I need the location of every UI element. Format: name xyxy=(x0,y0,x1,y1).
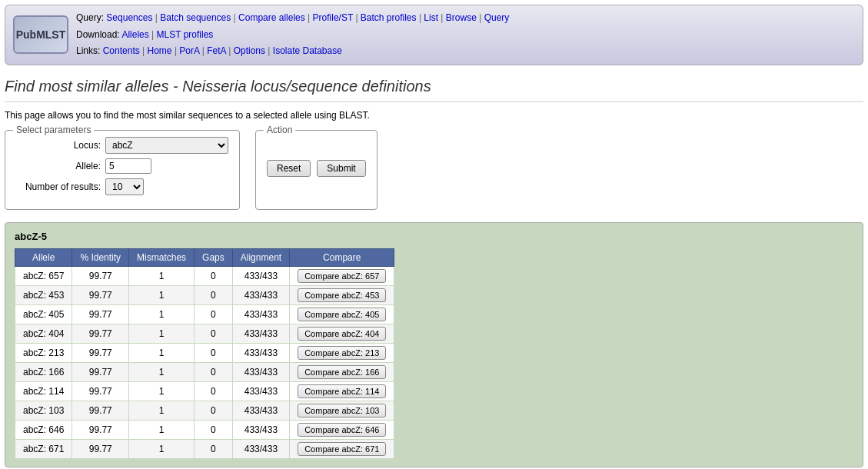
compare-button[interactable]: Compare abcZ: 657 xyxy=(298,269,386,283)
num-results-select[interactable]: 5 10 20 50 100 xyxy=(105,178,144,195)
compare-button[interactable]: Compare abcZ: 103 xyxy=(298,404,386,417)
link-query[interactable]: Query xyxy=(484,12,510,23)
cell-gaps: 0 xyxy=(195,266,233,285)
link-sequences[interactable]: Sequences xyxy=(106,12,152,23)
compare-button[interactable]: Compare abcZ: 213 xyxy=(298,346,386,360)
cell-compare: Compare abcZ: 404 xyxy=(290,324,394,343)
cell-mismatches: 1 xyxy=(129,420,195,439)
cell-gaps: 0 xyxy=(195,285,233,304)
reset-button[interactable]: Reset xyxy=(267,160,311,177)
cell-allele: abcZ: 166 xyxy=(15,362,72,381)
cell-allele: abcZ: 213 xyxy=(15,343,72,362)
cell-mismatches: 1 xyxy=(129,304,195,324)
compare-button[interactable]: Compare abcZ: 405 xyxy=(298,308,386,321)
page-title: Find most similar alleles - Neisseria lo… xyxy=(5,78,863,95)
link-options[interactable]: Options xyxy=(234,45,265,56)
cell-alignment: 433/433 xyxy=(232,304,289,324)
table-row: abcZ: 64699.7710433/433Compare abcZ: 646 xyxy=(15,420,394,439)
logo-text: PubMLST xyxy=(16,28,66,41)
cell-identity: 99.77 xyxy=(72,266,129,285)
link-batch-profiles[interactable]: Batch profiles xyxy=(361,12,417,23)
cell-gaps: 0 xyxy=(195,362,233,381)
cell-mismatches: 1 xyxy=(129,381,195,401)
params-fieldset: Select parameters Locus: abcZ Allele: Nu… xyxy=(5,130,240,210)
cell-alignment: 433/433 xyxy=(232,362,289,381)
cell-identity: 99.77 xyxy=(72,285,129,304)
link-contents[interactable]: Contents xyxy=(103,45,140,56)
cell-gaps: 0 xyxy=(195,381,233,401)
header-links: Query: Sequences | Batch sequences | Com… xyxy=(76,10,509,60)
cell-mismatches: 1 xyxy=(129,343,195,362)
cell-gaps: 0 xyxy=(195,439,233,458)
allele-row: Allele: xyxy=(16,158,228,174)
link-pora[interactable]: PorA xyxy=(179,45,199,56)
action-fieldset: Action Reset Submit xyxy=(255,130,377,210)
compare-button[interactable]: Compare abcZ: 671 xyxy=(298,442,386,456)
download-label: Download: xyxy=(76,29,120,40)
cell-mismatches: 1 xyxy=(129,285,195,304)
action-legend: Action xyxy=(264,125,295,135)
page-title-area: Find most similar alleles - Neisseria lo… xyxy=(5,70,863,102)
query-links-row: Query: Sequences | Batch sequences | Com… xyxy=(76,10,509,27)
cell-alignment: 433/433 xyxy=(232,343,289,362)
cell-compare: Compare abcZ: 114 xyxy=(290,381,394,401)
submit-button[interactable]: Submit xyxy=(317,160,365,177)
compare-button[interactable]: Compare abcZ: 646 xyxy=(298,423,386,437)
results-table: Allele % Identity Mismatches Gaps Alignm… xyxy=(15,248,394,459)
table-row: abcZ: 65799.7710433/433Compare abcZ: 657 xyxy=(15,266,394,285)
cell-compare: Compare abcZ: 453 xyxy=(290,285,394,304)
col-mismatches: Mismatches xyxy=(129,248,195,266)
query-label: Query: xyxy=(76,12,104,23)
cell-alignment: 433/433 xyxy=(232,285,289,304)
compare-button[interactable]: Compare abcZ: 453 xyxy=(298,288,386,302)
download-links-row: Download: Alleles | MLST profiles xyxy=(76,27,509,44)
cell-compare: Compare abcZ: 405 xyxy=(290,304,394,324)
header: PubMLST Query: Sequences | Batch sequenc… xyxy=(5,5,863,65)
cell-mismatches: 1 xyxy=(129,362,195,381)
cell-alignment: 433/433 xyxy=(232,439,289,458)
cell-allele: abcZ: 103 xyxy=(15,401,72,420)
cell-alignment: 433/433 xyxy=(232,381,289,401)
cell-gaps: 0 xyxy=(195,324,233,343)
link-batch-sequences[interactable]: Batch sequences xyxy=(160,12,231,23)
table-row: abcZ: 21399.7710433/433Compare abcZ: 213 xyxy=(15,343,394,362)
cell-allele: abcZ: 646 xyxy=(15,420,72,439)
cell-compare: Compare abcZ: 166 xyxy=(290,362,394,381)
description: This page allows you to find the most si… xyxy=(5,110,863,121)
table-row: abcZ: 40599.7710433/433Compare abcZ: 405 xyxy=(15,304,394,324)
cell-mismatches: 1 xyxy=(129,266,195,285)
link-feta[interactable]: FetA xyxy=(207,45,226,56)
cell-mismatches: 1 xyxy=(129,439,195,458)
col-compare: Compare xyxy=(290,248,394,266)
results-tbody: abcZ: 65799.7710433/433Compare abcZ: 657… xyxy=(15,266,394,458)
table-row: abcZ: 11499.7710433/433Compare abcZ: 114 xyxy=(15,381,394,401)
col-allele: Allele xyxy=(15,248,72,266)
link-compare-alleles[interactable]: Compare alleles xyxy=(238,12,305,23)
link-browse[interactable]: Browse xyxy=(446,12,477,23)
table-row: abcZ: 67199.7710433/433Compare abcZ: 671 xyxy=(15,439,394,458)
nav-links-row: Links: Contents | Home | PorA | FetA | O… xyxy=(76,43,509,60)
locus-row: Locus: abcZ xyxy=(16,137,228,154)
link-list[interactable]: List xyxy=(424,12,438,23)
allele-input[interactable] xyxy=(105,158,151,174)
link-profile-st[interactable]: Profile/ST xyxy=(313,12,353,23)
links-label: Links: xyxy=(76,45,100,56)
cell-allele: abcZ: 671 xyxy=(15,439,72,458)
compare-button[interactable]: Compare abcZ: 166 xyxy=(298,365,386,379)
cell-compare: Compare abcZ: 657 xyxy=(290,266,394,285)
cell-alignment: 433/433 xyxy=(232,266,289,285)
link-home[interactable]: Home xyxy=(148,45,172,56)
num-results-row: Number of results: 5 10 20 50 100 xyxy=(16,178,228,195)
main-content: Find most similar alleles - Neisseria lo… xyxy=(5,70,863,467)
compare-button[interactable]: Compare abcZ: 404 xyxy=(298,327,386,341)
cell-identity: 99.77 xyxy=(72,304,129,324)
locus-select[interactable]: abcZ xyxy=(105,137,228,154)
link-isolate-db[interactable]: Isolate Database xyxy=(273,45,342,56)
cell-allele: abcZ: 114 xyxy=(15,381,72,401)
link-mlst-profiles[interactable]: MLST profiles xyxy=(157,29,214,40)
results-section: abcZ-5 Allele % Identity Mismatches Gaps… xyxy=(5,222,863,467)
cell-alignment: 433/433 xyxy=(232,420,289,439)
cell-gaps: 0 xyxy=(195,420,233,439)
compare-button[interactable]: Compare abcZ: 114 xyxy=(298,384,386,398)
link-alleles[interactable]: Alleles xyxy=(121,29,148,40)
